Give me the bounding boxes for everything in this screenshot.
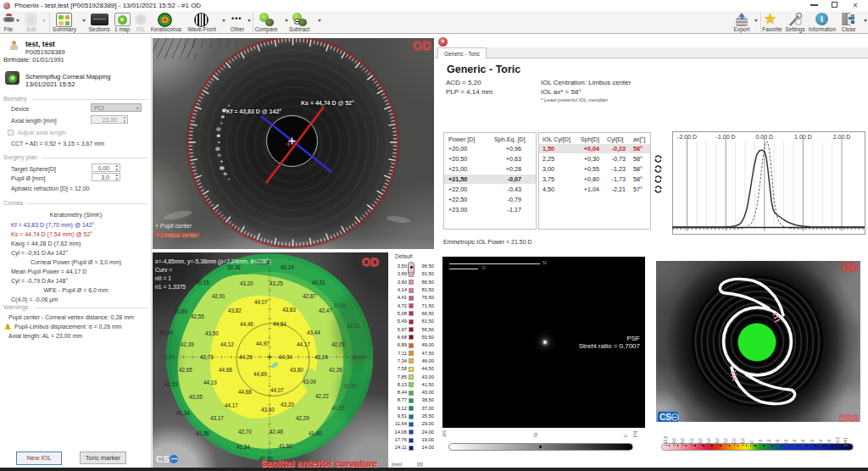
svg-text:41,34: 41,34 (176, 410, 190, 416)
svg-text:44,07: 44,07 (254, 299, 268, 305)
svg-text:39,66: 39,66 (333, 302, 347, 308)
svg-text:43,05: 43,05 (189, 394, 203, 400)
svg-text:42,29: 42,29 (296, 415, 309, 421)
svg-text:1.00 D: 1.00 D (794, 134, 812, 140)
svg-text:42,87: 42,87 (303, 293, 316, 299)
svg-text:42,39: 42,39 (181, 341, 194, 347)
svg-text:44,68: 44,68 (238, 389, 252, 395)
svg-text:42,26: 42,26 (329, 367, 342, 373)
svg-text:43,50: 43,50 (205, 330, 219, 336)
svg-text:0.00 D: 0.00 D (755, 134, 773, 140)
svg-text:43,17: 43,17 (210, 415, 224, 421)
svg-text:43,09: 43,09 (303, 379, 316, 385)
svg-text:44,17: 44,17 (225, 402, 238, 408)
svg-text:44,07: 44,07 (270, 387, 284, 393)
svg-text:43,73: 43,73 (200, 354, 214, 360)
svg-text:41,36: 41,36 (196, 430, 209, 436)
svg-text:-2.00 D: -2.00 D (677, 134, 697, 140)
svg-text:44,97: 44,97 (256, 341, 270, 346)
svg-text:44,19: 44,19 (203, 380, 217, 385)
svg-text:44,29: 44,29 (239, 354, 253, 360)
svg-text:44,69: 44,69 (253, 371, 267, 377)
svg-text:41,19: 41,19 (164, 381, 178, 387)
svg-text:42,91: 42,91 (212, 293, 225, 299)
svg-text:41,52: 41,52 (279, 443, 292, 449)
svg-text:43,25: 43,25 (270, 280, 283, 286)
svg-text:42,22: 42,22 (315, 393, 329, 399)
svg-text:43,44: 43,44 (307, 330, 320, 335)
svg-text:44,04: 44,04 (279, 354, 292, 360)
svg-text:41,40: 41,40 (309, 430, 322, 436)
svg-text:44,84: 44,84 (273, 321, 287, 327)
svg-text:40,51: 40,51 (312, 280, 326, 285)
svg-text:43,60: 43,60 (261, 407, 275, 413)
svg-text:42,47: 42,47 (319, 308, 332, 313)
svg-text:2.00 D: 2.00 D (833, 134, 851, 140)
svg-text:40,93: 40,93 (159, 354, 173, 360)
svg-text:43,83: 43,83 (282, 307, 296, 313)
svg-text:43,24: 43,24 (314, 354, 328, 360)
svg-text:-1.00 D: -1.00 D (716, 134, 736, 140)
svg-text:42,55: 42,55 (191, 313, 204, 319)
svg-text:42,29: 42,29 (331, 341, 345, 347)
svg-text:43,82: 43,82 (228, 308, 242, 313)
svg-text:40,65: 40,65 (331, 405, 345, 411)
svg-text:44,12: 44,12 (220, 341, 234, 347)
svg-text:40,24: 40,24 (281, 264, 294, 270)
svg-text:38,69: 38,69 (351, 354, 364, 360)
svg-text:42,48: 42,48 (270, 429, 283, 435)
svg-text:42,65: 42,65 (179, 367, 192, 373)
svg-text:43,20: 43,20 (281, 402, 294, 407)
svg-text:44,68: 44,68 (219, 367, 232, 373)
svg-text:42,70: 42,70 (238, 429, 252, 435)
svg-text:38,82: 38,82 (347, 323, 360, 329)
svg-text:41,34: 41,34 (236, 444, 250, 450)
svg-text:40,89: 40,89 (174, 308, 187, 314)
svg-text:39,50: 39,50 (343, 383, 357, 389)
svg-text:44,46: 44,46 (240, 321, 253, 327)
svg-text:40,94: 40,94 (159, 330, 173, 335)
svg-text:44,17: 44,17 (297, 341, 310, 347)
svg-text:43,80: 43,80 (290, 367, 303, 373)
